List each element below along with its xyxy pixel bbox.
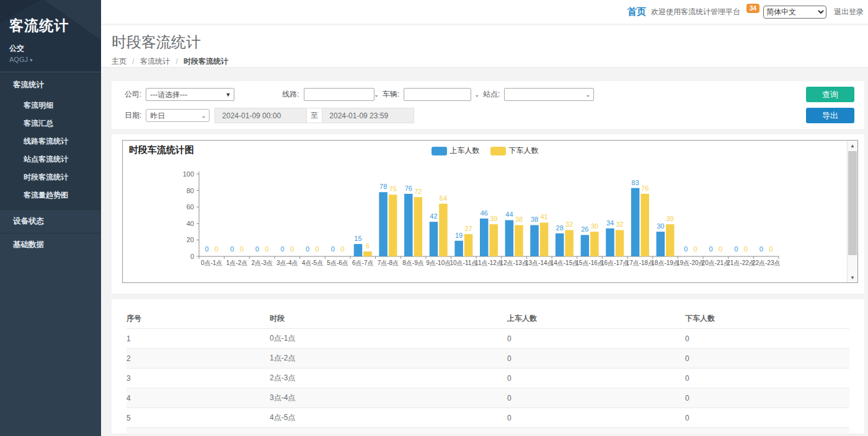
svg-text:34: 34: [606, 219, 614, 227]
svg-text:38: 38: [515, 216, 523, 223]
query-button[interactable]: 查询: [806, 87, 854, 102]
table-cell: 3: [126, 368, 270, 388]
sidebar-subitem-3[interactable]: 站点客流统计: [0, 150, 101, 168]
svg-text:1点-2点: 1点-2点: [226, 259, 247, 266]
line-select[interactable]: [304, 88, 374, 101]
table-cell: 0: [685, 428, 849, 434]
chevron-down-icon: ⌄: [374, 92, 379, 98]
svg-text:20: 20: [187, 236, 194, 243]
sidebar-section-1[interactable]: 设备状态: [0, 209, 101, 233]
table-cell: 5: [126, 408, 270, 428]
svg-text:0: 0: [684, 245, 688, 253]
svg-text:32: 32: [616, 220, 623, 228]
svg-text:0: 0: [709, 245, 713, 253]
station-select[interactable]: [504, 88, 594, 101]
svg-text:5点-6点: 5点-6点: [327, 259, 348, 266]
company-select[interactable]: ---请选择---: [146, 88, 234, 101]
sidebar-subitem-5[interactable]: 客流量趋势图: [0, 186, 101, 204]
scrollbar-thumb[interactable]: [848, 151, 857, 255]
svg-text:76: 76: [405, 185, 412, 192]
table-cell: 0: [685, 349, 849, 368]
sidebar-subitem-0[interactable]: 客流明细: [0, 97, 101, 115]
bar-上车人数: [480, 219, 489, 256]
date-end-input[interactable]: [322, 108, 414, 123]
chart-vertical-scrollbar[interactable]: ▲ ▼: [847, 141, 857, 282]
vehicle-select[interactable]: [404, 88, 471, 101]
company-label: 公司:: [125, 89, 141, 100]
svg-text:11点-12点: 11点-12点: [475, 259, 503, 266]
bar-下车人数: [414, 197, 423, 256]
svg-text:83: 83: [632, 179, 639, 186]
legend-label: 下车人数: [509, 146, 539, 156]
svg-text:26: 26: [581, 225, 588, 233]
sidebar-section-0[interactable]: 客流统计: [0, 73, 101, 97]
filter-panel: 公司: ---请选择--- ▼ 线路: ⌄ 车辆: ⌄: [112, 81, 864, 129]
svg-text:60: 60: [187, 203, 194, 211]
legend-item[interactable]: 上车人数: [432, 146, 480, 156]
svg-text:0: 0: [290, 245, 294, 253]
bar-下车人数: [464, 234, 473, 256]
svg-text:0: 0: [734, 245, 738, 253]
bar-下车人数: [490, 224, 498, 256]
breadcrumb-section[interactable]: 客流统计: [140, 57, 170, 66]
svg-text:0: 0: [306, 245, 309, 253]
svg-text:15: 15: [354, 235, 361, 242]
svg-text:17点-18点: 17点-18点: [626, 259, 655, 266]
logout-link[interactable]: 退出登录: [834, 7, 864, 17]
language-select[interactable]: 简体中文: [763, 6, 826, 19]
svg-text:12点-13点: 12点-13点: [500, 259, 528, 266]
breadcrumb-home[interactable]: 主页: [112, 57, 126, 66]
breadcrumb-current: 时段客流统计: [184, 57, 228, 66]
bar-下车人数: [666, 224, 675, 256]
table-cell: 4点-5点: [270, 408, 507, 428]
bar-chart: 0204060801000点-1点1点-2点2点-3点3点-4点4点-5点5点-…: [123, 141, 848, 283]
svg-text:32: 32: [565, 220, 573, 228]
svg-text:8点-9点: 8点-9点: [402, 259, 423, 266]
welcome-text: 欢迎使用客流统计管理平台: [651, 7, 740, 17]
svg-text:64: 64: [440, 194, 447, 202]
table-cell: 0: [685, 368, 849, 388]
bar-下车人数: [590, 232, 599, 256]
line-label: 线路:: [282, 89, 299, 100]
user-dropdown[interactable]: AQGJ ▾: [9, 56, 101, 63]
table-row: 65点-6点00: [126, 428, 849, 434]
svg-text:0: 0: [255, 245, 259, 253]
date-start-input[interactable]: [215, 108, 306, 123]
table-cell: 0点-1点: [270, 329, 507, 349]
svg-text:30: 30: [591, 222, 598, 230]
svg-text:30: 30: [657, 222, 664, 230]
svg-text:76: 76: [641, 185, 649, 192]
sidebar-subitem-4[interactable]: 时段客流统计: [0, 168, 101, 186]
svg-text:16点-17点: 16点-17点: [601, 259, 629, 266]
date-range-group: 至: [215, 108, 414, 123]
bar-下车人数: [616, 230, 624, 256]
legend-swatch-icon: [490, 147, 506, 155]
sidebar-nav: 客流统计客流明细客流汇总线路客流统计站点客流统计时段客流统计客流量趋势图设备状态…: [0, 73, 101, 256]
table-row: 43点-4点00: [126, 388, 849, 408]
bar-下车人数: [515, 225, 523, 256]
scroll-down-icon[interactable]: ▼: [848, 272, 857, 282]
date-preset-select[interactable]: 昨日: [146, 109, 210, 122]
page-title: 时段客流统计: [112, 32, 868, 52]
export-button[interactable]: 导出: [806, 108, 854, 123]
svg-text:39: 39: [490, 215, 497, 222]
svg-text:7点-8点: 7点-8点: [378, 259, 399, 266]
svg-text:18点-19点: 18点-19点: [651, 259, 680, 266]
table-cell: 0: [507, 388, 685, 408]
sidebar-subitem-1[interactable]: 客流汇总: [0, 115, 101, 133]
svg-text:4点-5点: 4点-5点: [302, 259, 323, 266]
svg-text:78: 78: [379, 183, 387, 190]
bar-上车人数: [379, 192, 388, 256]
svg-text:14点-15点: 14点-15点: [551, 259, 579, 266]
bar-下车人数: [363, 251, 372, 256]
page-heading: 时段客流统计 主页 / 客流统计 / 时段客流统计: [101, 25, 868, 68]
home-link[interactable]: 首页: [627, 6, 646, 18]
table-cell: 1点-2点: [270, 349, 507, 368]
table-cell: 2: [126, 349, 270, 368]
sidebar-section-2[interactable]: 基础数据: [0, 233, 101, 256]
bar-上车人数: [556, 233, 564, 256]
legend-item[interactable]: 下车人数: [490, 146, 539, 156]
scroll-up-icon[interactable]: ▲: [848, 141, 857, 150]
svg-text:44: 44: [505, 211, 513, 218]
sidebar-subitem-2[interactable]: 线路客流统计: [0, 133, 101, 150]
